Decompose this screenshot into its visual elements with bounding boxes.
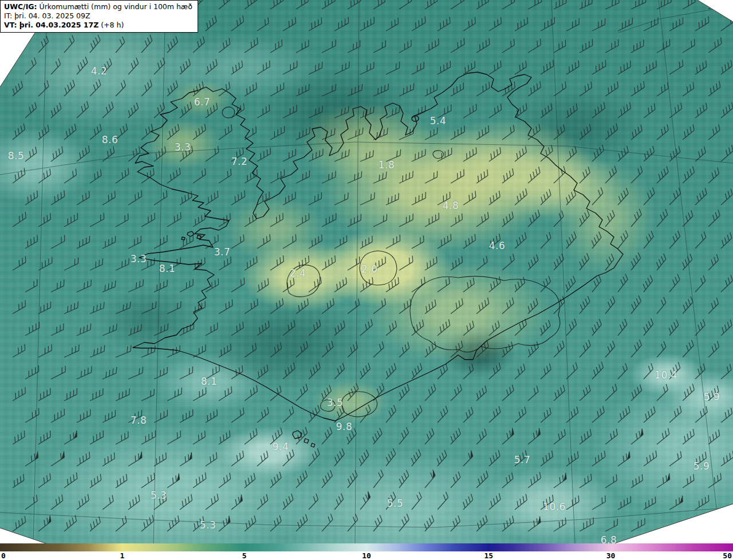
wind-barb [357, 17, 376, 31]
wind-barb [486, 147, 503, 161]
wind-barb [254, 234, 273, 249]
wind-barb [602, 429, 620, 444]
wind-barb [267, 169, 286, 183]
wind-barb [332, 235, 349, 249]
wind-barb [576, 124, 593, 140]
wind-barb [74, 191, 92, 205]
wind-barb [215, 473, 232, 488]
wind-barb-pennant [429, 470, 437, 479]
contour-label: 1.8 [379, 159, 395, 171]
wind-barb [718, 145, 733, 161]
init-time-line: IT: þri. 04. 03. 2025 09Z [4, 11, 192, 21]
wind-barb [602, 474, 620, 488]
wind-barb [344, 470, 360, 488]
wind-barb [100, 410, 118, 423]
wind-barb [241, 385, 259, 401]
wind-barb [371, 0, 388, 9]
wind-barb [318, 514, 334, 531]
wind-barb [384, 62, 402, 74]
wind-barb [640, 451, 659, 466]
wind-barb [254, 192, 272, 205]
wind-barb [718, 364, 733, 379]
wind-barb [306, 149, 325, 161]
wind-barb [460, 104, 479, 118]
wind-barb [86, 516, 103, 531]
wind-barb-pennant [664, 473, 672, 481]
wind-barb [627, 384, 644, 401]
wind-barb [280, 234, 298, 249]
wind-barb [48, 190, 67, 205]
wind-barb [216, 431, 232, 444]
wind-barb [22, 279, 40, 292]
wind-barb [459, 407, 475, 423]
wind-barb [320, 40, 338, 53]
contour-label: 4.8 [443, 200, 459, 211]
wind-barb [511, 364, 527, 379]
wind-barb [601, 384, 618, 401]
wind-barb [615, 496, 633, 510]
wind-barb [151, 146, 168, 161]
wind-barb [267, 342, 283, 357]
wind-barb [320, 171, 338, 183]
wind-barb [577, 82, 594, 96]
wind-barb [563, 60, 581, 74]
wind-barb [577, 0, 594, 9]
wind-barb [537, 103, 554, 118]
wind-barb [113, 345, 133, 357]
wind-barb [395, 384, 411, 401]
wind-barb [640, 187, 656, 205]
wind-barb [653, 254, 668, 270]
wind-barb [628, 81, 647, 96]
wind-barb [164, 81, 180, 96]
wind-barb [679, 429, 696, 444]
wind-barb [22, 191, 40, 205]
wind-barb [151, 191, 170, 205]
wind-barb [680, 474, 696, 488]
wind-barb [691, 320, 707, 336]
wind-barb [653, 124, 671, 140]
wind-barb [36, 213, 53, 227]
wind-barb [9, 516, 27, 531]
wind-barb [421, 515, 436, 531]
wind-barb [525, 124, 542, 140]
wind-barb [447, 515, 462, 531]
wind-barb [371, 84, 391, 96]
wind-barb [499, 342, 515, 357]
wind-barb [551, 473, 569, 488]
wind-barb [473, 298, 491, 314]
wind-barb [640, 407, 657, 423]
wind-barb [74, 324, 93, 336]
wind-barb [629, 518, 648, 531]
wind-barb [448, 256, 465, 270]
wind-barb [280, 192, 298, 205]
wind-barb [100, 191, 117, 205]
wind-barb [10, 474, 26, 488]
wind-barb [241, 473, 257, 488]
wind-barb [330, 363, 346, 379]
wind-barb [679, 254, 694, 270]
wind-barb [448, 169, 466, 183]
contour-label: 6.7 [194, 96, 211, 108]
wind-barb [228, 15, 246, 31]
wind-barb [178, 279, 196, 292]
wind-barb [61, 515, 78, 531]
wind-barb [434, 320, 452, 336]
wind-barb [409, 17, 428, 31]
wind-barb [190, 124, 208, 140]
wind-barb [164, 168, 183, 183]
wind-barb [202, 494, 220, 510]
wind-barb [640, 275, 655, 292]
wind-barb [525, 428, 542, 444]
wind-barb [87, 474, 104, 488]
wind-barb [434, 492, 450, 510]
contour-label: 7.2 [231, 156, 248, 167]
wind-barb [614, 363, 629, 379]
wind-barb [447, 341, 465, 357]
wind-barb [448, 0, 467, 9]
wind-barb [254, 105, 272, 118]
wind-barb-pennant [58, 451, 66, 459]
wind-barb [48, 409, 67, 423]
wind-barb [472, 515, 489, 531]
wind-barb [254, 494, 270, 510]
wind-barb [369, 515, 384, 531]
